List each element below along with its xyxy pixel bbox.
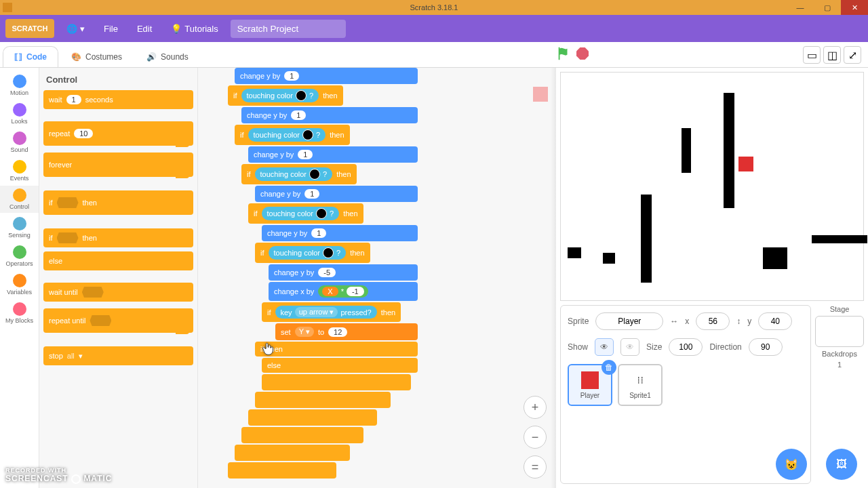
eye-icon: 👁 bbox=[600, 342, 608, 352]
show-label: Show bbox=[568, 342, 588, 352]
stage-fullscreen[interactable]: ⤢ bbox=[844, 46, 861, 64]
palette-title: Control bbox=[46, 75, 193, 85]
block-change-y[interactable]: change y by1 bbox=[235, 68, 418, 84]
sprite-x-input[interactable] bbox=[696, 312, 730, 330]
window-minimize[interactable]: — bbox=[787, 0, 814, 15]
cat-control[interactable]: Control bbox=[0, 186, 39, 213]
block-change-y[interactable]: change y by1 bbox=[248, 146, 418, 163]
sensing-touching-color[interactable]: touching color? bbox=[241, 89, 319, 102]
operator-multiply[interactable]: X*-1 bbox=[318, 285, 368, 298]
tab-code[interactable]: ⟦⟧ Code bbox=[3, 46, 58, 67]
sprite-thumb-sprite1[interactable]: ┋┋ Sprite1 bbox=[618, 364, 663, 406]
block-stack[interactable]: change y by1 iftouching color?then chang… bbox=[228, 68, 418, 480]
category-sidebar: Motion Looks Sound Events Control Sensin… bbox=[0, 68, 39, 488]
block-if[interactable]: iftouching color?then bbox=[241, 164, 357, 184]
zoom-in[interactable]: + bbox=[524, 396, 547, 419]
swap-icon: ↔ bbox=[670, 317, 678, 326]
cat-my-blocks[interactable]: My Blocks bbox=[0, 300, 39, 327]
cat-face-icon: 😺 bbox=[785, 458, 798, 471]
menubar: SCRATCH 🌐▾ File Edit 💡 Tutorials bbox=[0, 15, 868, 42]
tab-costumes[interactable]: 🎨 Costumes bbox=[60, 46, 134, 67]
sprite-thumb-player[interactable]: 🗑 Player bbox=[568, 364, 612, 406]
tutorials-menu[interactable]: 💡 Tutorials bbox=[164, 20, 224, 38]
block-palette: Control wait1seconds repeat10 forever if… bbox=[39, 68, 198, 488]
cat-sound[interactable]: Sound bbox=[0, 129, 39, 156]
add-backdrop-button[interactable]: 🖼 bbox=[826, 449, 857, 480]
cat-variables[interactable]: Variables bbox=[0, 271, 39, 298]
stage-small[interactable]: ▭ bbox=[803, 46, 821, 64]
tab-sounds[interactable]: 🔊 Sounds bbox=[135, 46, 200, 67]
code-icon: ⟦⟧ bbox=[14, 52, 22, 62]
cat-looks[interactable]: Looks bbox=[0, 100, 39, 127]
block-loop-end[interactable] bbox=[248, 409, 377, 426]
block-if[interactable]: iftouching color?then bbox=[228, 85, 343, 106]
show-visible-button[interactable]: 👁 bbox=[595, 338, 614, 356]
block-change-x[interactable]: change x byX*-1 bbox=[269, 282, 418, 301]
block-change-y[interactable]: change y by1 bbox=[255, 186, 418, 202]
palette-stop[interactable]: stopall▾ bbox=[43, 346, 193, 365]
cat-sensing[interactable]: Sensing bbox=[0, 214, 39, 241]
sensing-touching-color[interactable]: touching color? bbox=[248, 128, 326, 142]
cat-events[interactable]: Events bbox=[0, 157, 39, 184]
block-loop-end[interactable] bbox=[262, 374, 411, 390]
block-change-y[interactable]: change y by-5 bbox=[269, 264, 418, 281]
window-title: Scratch 3.18.1 bbox=[0, 3, 868, 12]
block-else[interactable]: else bbox=[262, 358, 418, 373]
sensing-touching-color[interactable]: touching color? bbox=[262, 207, 340, 220]
block-if[interactable]: iftouching color?then bbox=[235, 125, 350, 145]
palette-repeat-until[interactable]: repeat until bbox=[43, 308, 193, 333]
scratch-logo[interactable]: SCRATCH bbox=[5, 19, 54, 38]
palette-wait[interactable]: wait1seconds bbox=[43, 90, 193, 109]
dragged-sprite-indicator bbox=[533, 87, 548, 102]
sensing-touching-color[interactable]: touching color? bbox=[269, 246, 347, 260]
edit-menu[interactable]: Edit bbox=[130, 20, 159, 38]
sprite-label: Sprite bbox=[568, 317, 589, 326]
sensing-key-pressed[interactable]: keyup arrow ▾pressed? bbox=[275, 306, 377, 319]
stage-thumbnail[interactable] bbox=[815, 316, 864, 347]
sprite-name-input[interactable] bbox=[595, 312, 663, 330]
sensing-touching-color[interactable]: touching color? bbox=[255, 167, 333, 181]
add-sprite-button[interactable]: 😺 bbox=[776, 449, 807, 480]
block-change-y[interactable]: change y by1 bbox=[262, 225, 418, 241]
cat-operators[interactable]: Operators bbox=[0, 243, 39, 270]
block-loop-end[interactable] bbox=[228, 462, 336, 479]
block-if[interactable]: iftouching color?then bbox=[255, 243, 370, 263]
palette-if-else-bottom[interactable]: else bbox=[43, 251, 193, 270]
palette-repeat[interactable]: repeat10 bbox=[43, 121, 193, 146]
block-if[interactable]: iftouching color?then bbox=[248, 203, 363, 224]
sounds-icon: 🔊 bbox=[146, 52, 157, 62]
block-loop-end[interactable] bbox=[241, 427, 363, 443]
code-workspace[interactable]: change y by1 iftouching color?then chang… bbox=[198, 68, 556, 488]
sprite-y-input[interactable] bbox=[758, 312, 792, 330]
block-if-key[interactable]: ifkeyup arrow ▾pressed?then bbox=[262, 302, 401, 322]
green-flag[interactable] bbox=[556, 46, 571, 61]
block-loop-end[interactable] bbox=[235, 445, 350, 461]
window-close[interactable]: ✕ bbox=[841, 0, 868, 15]
direction-label: Direction bbox=[709, 342, 741, 352]
window-maximize[interactable]: ▢ bbox=[814, 0, 841, 15]
eye-off-icon: 👁 bbox=[626, 342, 634, 352]
sprite-size-input[interactable] bbox=[669, 338, 703, 356]
zoom-reset[interactable]: = bbox=[524, 455, 547, 479]
block-loop-end[interactable] bbox=[255, 392, 391, 408]
delete-sprite-button[interactable]: 🗑 bbox=[601, 360, 616, 375]
zoom-out[interactable]: − bbox=[524, 426, 547, 449]
palette-wait-until[interactable]: wait until bbox=[43, 283, 193, 302]
cat-motion[interactable]: Motion bbox=[0, 72, 39, 99]
block-set-var[interactable]: setY ▾to12 bbox=[275, 323, 418, 340]
block-change-y[interactable]: change y by1 bbox=[241, 107, 418, 123]
stage-player-sprite bbox=[738, 157, 753, 171]
stage-large[interactable]: ◫ bbox=[823, 46, 841, 64]
file-menu[interactable]: File bbox=[97, 20, 125, 38]
sprite-direction-input[interactable] bbox=[749, 338, 783, 356]
block-if-empty[interactable]: if then bbox=[255, 342, 418, 357]
palette-if-then[interactable]: ifthen bbox=[43, 190, 193, 215]
stop-button[interactable] bbox=[576, 47, 589, 60]
language-menu[interactable]: 🌐▾ bbox=[60, 20, 92, 38]
stage-preview[interactable] bbox=[560, 72, 864, 301]
backdrops-count: 1 bbox=[815, 361, 864, 369]
project-name-input[interactable] bbox=[231, 20, 346, 38]
palette-forever[interactable]: forever bbox=[43, 152, 193, 177]
palette-if-else-top[interactable]: ifthen bbox=[43, 228, 193, 247]
show-hidden-button[interactable]: 👁 bbox=[620, 338, 639, 356]
